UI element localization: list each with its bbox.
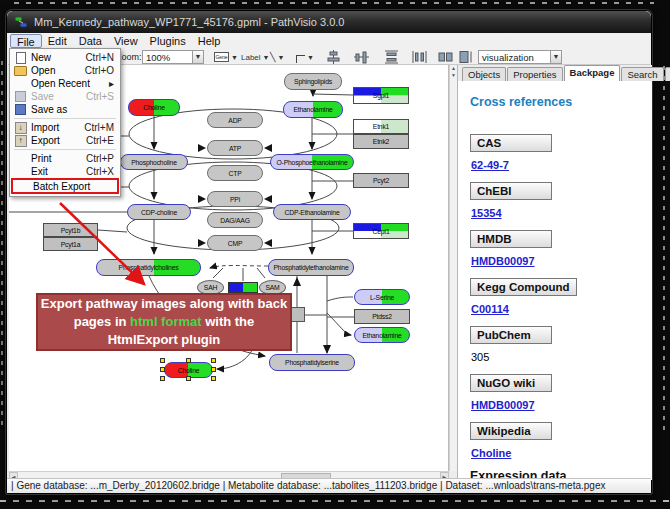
menubar-item-data[interactable]: Data: [73, 34, 108, 48]
menu-icon-empty: [13, 166, 28, 178]
pathway-node[interactable]: Ptdss2: [354, 309, 410, 324]
tab-search[interactable]: Search: [621, 67, 663, 81]
node-label: Ethanolamine: [362, 332, 401, 339]
xref-header: Wikipedia: [470, 422, 552, 440]
xref-value: 305: [471, 351, 489, 363]
xref-link[interactable]: C00114: [471, 303, 509, 315]
menu-item-save-as[interactable]: Save as: [11, 103, 119, 116]
gene-datanode-button[interactable]: Gene ▼: [214, 50, 238, 64]
node-label: CDP-choline: [141, 209, 177, 216]
pathway-node[interactable]: CMP: [207, 235, 263, 251]
window-title: Mm_Kennedy_pathway_WP1771_45176.gpml - P…: [34, 16, 344, 28]
selection-handle[interactable]: [186, 358, 191, 363]
zoom-combobox[interactable]: 100% ▼: [142, 50, 204, 64]
menu-item-batch-export[interactable]: Batch Export: [11, 178, 119, 194]
selection-handle[interactable]: [186, 376, 191, 381]
chevron-down-icon[interactable]: ▼: [277, 54, 284, 61]
xref-link[interactable]: Choline: [471, 447, 511, 459]
distribute-vertical-icon[interactable]: [412, 50, 427, 64]
pathway-node[interactable]: Pcyt1a: [43, 237, 98, 251]
pathway-node[interactable]: DAG/AAG: [207, 212, 263, 228]
menu-item-new[interactable]: NewCtrl+N: [11, 51, 119, 64]
pathway-node[interactable]: ADP: [207, 112, 263, 128]
chevron-down-icon[interactable]: ▼: [263, 54, 270, 61]
pathway-node[interactable]: Pcyt1b: [43, 223, 98, 237]
visualization-combobox[interactable]: visualization ▼: [478, 50, 562, 64]
menu-item-save[interactable]: SaveCtrl+S: [11, 90, 119, 103]
xref-link[interactable]: 15354: [471, 207, 502, 219]
selection-handle[interactable]: [211, 376, 216, 381]
menu-item-import[interactable]: ImportCtrl+M: [11, 121, 119, 134]
menubar-item-plugins[interactable]: Plugins: [144, 34, 192, 48]
common-width-icon[interactable]: [438, 50, 453, 64]
menu-icon-empty: [15, 180, 30, 192]
pathway-node[interactable]: O-Phosphoethanolamine: [270, 154, 354, 170]
tab-properties[interactable]: Properties: [507, 67, 562, 81]
menubar-item-edit[interactable]: Edit: [42, 34, 73, 48]
menubar-item-file[interactable]: File: [10, 34, 42, 48]
line-tool-button[interactable]: ╲ ▼: [270, 50, 284, 64]
common-height-icon[interactable]: [458, 50, 473, 64]
pathway-node[interactable]: CTP: [207, 165, 263, 181]
xref-link[interactable]: 62-49-7: [471, 159, 509, 171]
node-label: CMP: [228, 240, 243, 247]
backpage-panel[interactable]: Cross references CAS62-49-7ChEBI15354HMD…: [458, 81, 652, 480]
align-middle-icon[interactable]: [354, 50, 369, 64]
selection-handle[interactable]: [160, 376, 165, 381]
pathway-node[interactable]: Choline: [128, 99, 180, 116]
scroll-down-icon[interactable]: ▼: [450, 72, 457, 79]
pathway-node[interactable]: Phosphatidylethanolamine: [268, 259, 354, 276]
partially-hidden-gene-node[interactable]: [228, 282, 258, 293]
pathway-node[interactable]: PPi: [207, 191, 263, 207]
selection-handle[interactable]: [160, 367, 165, 372]
distribute-horizontal-icon[interactable]: [384, 50, 399, 64]
menu-item-open[interactable]: OpenCtrl+O: [11, 64, 119, 77]
canvas-vertical-scrollbar[interactable]: ▲ ▼: [449, 65, 457, 471]
pathway-node[interactable]: Pcyt2: [353, 173, 409, 188]
align-center-icon[interactable]: [326, 50, 341, 64]
pathway-node[interactable]: Phosphocholine: [120, 154, 188, 170]
label-tool-button[interactable]: Label ▼: [241, 50, 270, 64]
pathway-node[interactable]: Sphingolipids: [284, 73, 342, 90]
open-folder-icon: [13, 65, 28, 77]
menu-item-label: Export: [28, 135, 86, 146]
pathway-node[interactable]: CDP-Ethanolamine: [273, 204, 351, 220]
menu-item-export[interactable]: ExportCtrl+E: [11, 134, 119, 147]
pathway-node[interactable]: Cept1: [353, 223, 409, 239]
tab-objects[interactable]: Objects: [462, 67, 506, 81]
pathway-node[interactable]: ATP: [207, 140, 263, 156]
menu-item-print[interactable]: PrintCtrl+P: [11, 152, 119, 165]
pathway-node[interactable]: Etnk1: [353, 119, 409, 134]
menubar-item-help[interactable]: Help: [192, 34, 227, 48]
pathway-node[interactable]: Phosphatidylcholines: [96, 259, 201, 276]
chevron-down-icon[interactable]: ▼: [192, 51, 203, 63]
menu-item-exit[interactable]: ExitCtrl+X: [11, 165, 119, 178]
pathway-node[interactable]: Ethanolamine: [283, 101, 343, 118]
pathway-node[interactable]: Sgpl1: [353, 87, 409, 104]
chevron-down-icon[interactable]: ▼: [550, 51, 561, 63]
selection-handle[interactable]: [211, 358, 216, 363]
chevron-down-icon[interactable]: ▼: [231, 54, 238, 61]
scroll-up-icon[interactable]: ▲: [450, 65, 457, 72]
selection-handle[interactable]: [211, 367, 216, 372]
node-label: Etnk1: [373, 123, 389, 130]
elbow-connector-button[interactable]: ▼: [296, 50, 314, 64]
save-as-icon: [13, 104, 28, 116]
selection-handle[interactable]: [160, 358, 165, 363]
export-icon: [13, 135, 28, 147]
pathway-node[interactable]: L-Serine: [354, 289, 410, 305]
xref-link[interactable]: HMDB00097: [471, 399, 535, 411]
chevron-down-icon[interactable]: ▼: [307, 54, 314, 61]
tab-backpage[interactable]: Backpage: [564, 65, 621, 81]
title-bar[interactable]: Mm_Kennedy_pathway_WP1771_45176.gpml - P…: [7, 11, 651, 33]
gene-datanode-icon: Gene: [214, 52, 229, 62]
pathway-node[interactable]: Ethanolamine: [354, 327, 410, 343]
pathway-node[interactable]: CDP-choline: [127, 204, 191, 220]
pathway-node[interactable]: Etnk2: [353, 134, 409, 149]
zoom-value: 100%: [143, 52, 192, 63]
pathway-node[interactable]: Phosphatidylserine: [269, 354, 355, 371]
menubar-item-view[interactable]: View: [108, 34, 144, 48]
menu-item-open-recent[interactable]: Open Recent▸: [11, 77, 119, 90]
xref-link[interactable]: HMDB00097: [471, 255, 535, 267]
tab-legend[interactable]: Legend: [665, 67, 670, 81]
